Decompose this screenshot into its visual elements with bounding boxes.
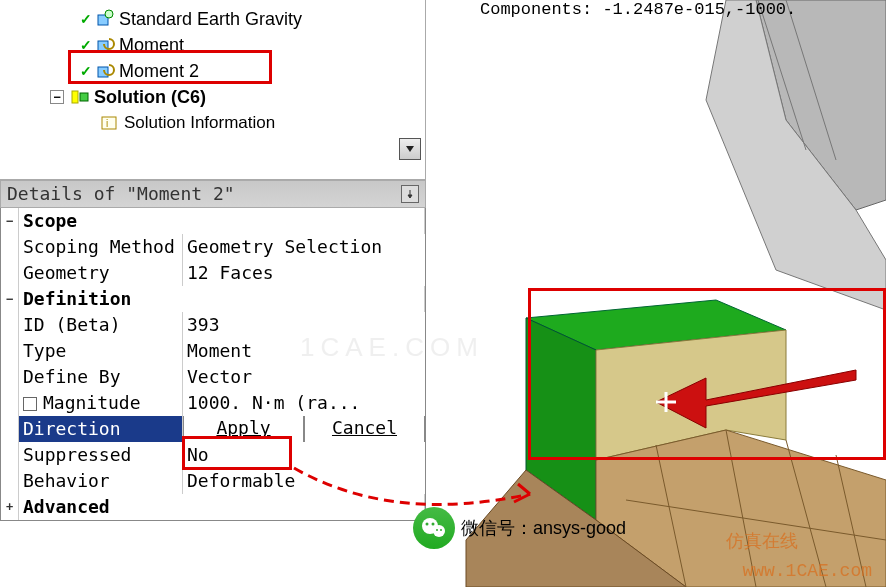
row-behavior[interactable]: Behavior Deformable <box>1 468 425 494</box>
svg-rect-6 <box>102 117 116 129</box>
section-advanced[interactable]: + Advanced <box>1 494 425 520</box>
svg-point-25 <box>433 525 445 537</box>
scroll-down-button[interactable] <box>399 138 421 160</box>
wechat-badge: 微信号：ansys-good <box>413 507 626 549</box>
prop-label: Magnitude <box>19 390 183 416</box>
prop-label: Suppressed <box>19 442 183 468</box>
prop-label: Type <box>19 338 183 364</box>
wechat-label: 微信号：ansys-good <box>461 516 626 540</box>
row-direction[interactable]: Direction Apply Cancel <box>1 416 425 442</box>
svg-point-26 <box>425 523 428 526</box>
prop-label: Direction <box>19 416 183 442</box>
watermark: 1CAE.COM <box>300 332 484 363</box>
tree-label: Solution (C6) <box>94 87 206 108</box>
wechat-icon <box>413 507 455 549</box>
model-scene <box>426 0 886 587</box>
watermark-cn: 仿真在线 <box>726 529 798 553</box>
prop-label: Define By <box>19 364 183 390</box>
prop-value[interactable]: Geometry Selection <box>183 234 425 260</box>
collapse-toggle[interactable]: − <box>50 90 64 104</box>
prop-value[interactable]: Vector <box>183 364 425 390</box>
prop-label: Scoping Method <box>19 234 183 260</box>
checkbox[interactable] <box>23 397 37 411</box>
prop-value[interactable]: 12 Faces <box>183 260 425 286</box>
panel-title-text: Details of "Moment 2" <box>7 180 235 208</box>
watermark-url: www.1CAE.com <box>742 561 872 581</box>
svg-text:i: i <box>106 118 108 129</box>
info-icon: i <box>100 113 120 133</box>
row-geometry[interactable]: Geometry 12 Faces <box>1 260 425 286</box>
section-toggle[interactable]: − <box>1 208 19 234</box>
tree-label: Standard Earth Gravity <box>119 9 302 30</box>
row-magnitude[interactable]: Magnitude 1000. N·m (ra... <box>1 390 425 416</box>
section-toggle[interactable]: + <box>1 494 19 520</box>
section-label: Scope <box>19 208 425 234</box>
details-grid[interactable]: − Scope Scoping Method Geometry Selectio… <box>0 208 426 521</box>
components-readout: Components: -1.2487e-015,-1000. <box>480 0 796 19</box>
tree-item-gravity[interactable]: ✓ Standard Earth Gravity <box>0 6 425 32</box>
svg-rect-2 <box>98 41 108 51</box>
tree-item-solution-info[interactable]: i Solution Information <box>0 110 425 136</box>
svg-rect-4 <box>72 91 78 103</box>
prop-value[interactable]: 1000. N·m (ra... <box>183 390 425 416</box>
cancel-button[interactable]: Cancel <box>304 416 425 442</box>
svg-rect-3 <box>98 67 108 77</box>
row-scoping-method[interactable]: Scoping Method Geometry Selection <box>1 234 425 260</box>
section-definition[interactable]: − Definition <box>1 286 425 312</box>
tree-label: Moment <box>119 35 184 56</box>
svg-point-27 <box>431 523 434 526</box>
prop-label: Behavior <box>19 468 183 494</box>
tree-label: Solution Information <box>124 113 275 133</box>
row-define-by[interactable]: Define By Vector <box>1 364 425 390</box>
geometry-view[interactable] <box>426 0 886 587</box>
tree-item-moment-2[interactable]: ✓ Moment 2 <box>0 58 425 84</box>
section-label: Advanced <box>19 494 425 520</box>
moment-icon <box>95 61 115 81</box>
row-suppressed[interactable]: Suppressed No <box>1 442 425 468</box>
svg-point-29 <box>440 529 442 531</box>
prop-label: ID (Beta) <box>19 312 183 338</box>
svg-rect-5 <box>80 93 88 101</box>
check-icon: ✓ <box>80 63 92 79</box>
prop-value[interactable]: No <box>183 442 425 468</box>
apply-button[interactable]: Apply <box>183 416 304 442</box>
svg-point-1 <box>105 10 113 18</box>
prop-value[interactable]: Deformable <box>183 468 425 494</box>
tree-item-solution[interactable]: − Solution (C6) <box>0 84 425 110</box>
pin-button[interactable] <box>401 185 419 203</box>
section-toggle[interactable]: − <box>1 286 19 312</box>
tree-item-moment[interactable]: ✓ Moment <box>0 32 425 58</box>
moment-icon <box>95 35 115 55</box>
details-panel-title: Details of "Moment 2" <box>0 180 426 208</box>
tree-label: Moment 2 <box>119 61 199 82</box>
solution-icon <box>70 87 90 107</box>
check-icon: ✓ <box>80 11 92 27</box>
section-scope[interactable]: − Scope <box>1 208 425 234</box>
prop-label: Geometry <box>19 260 183 286</box>
section-label: Definition <box>19 286 425 312</box>
svg-point-28 <box>436 529 438 531</box>
check-icon: ✓ <box>80 37 92 53</box>
load-icon <box>95 9 115 29</box>
outline-tree[interactable]: ✓ Standard Earth Gravity ✓ Moment ✓ Mome… <box>0 0 426 180</box>
prop-value: Apply Cancel <box>183 416 425 442</box>
